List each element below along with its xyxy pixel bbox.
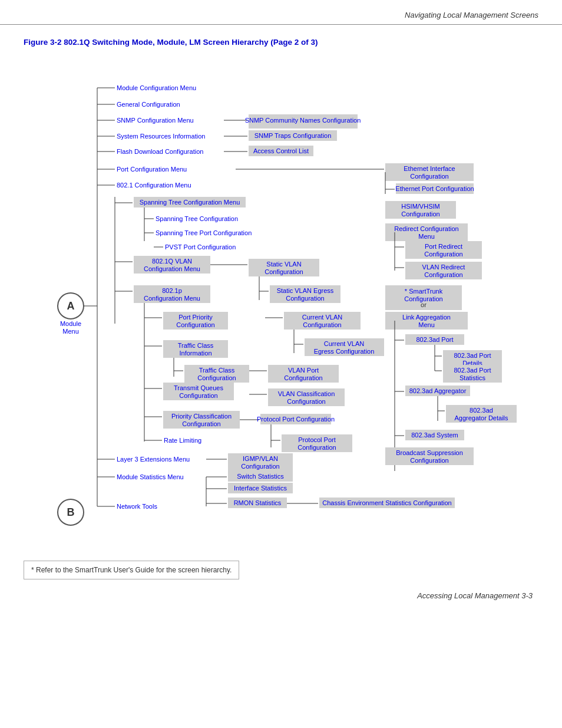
node-vlan-redirect-config: VLAN Redirect [422,263,465,271]
node-hsim-config: HSIM/VHSIM [401,203,439,210]
node-rmon-statistics: RMON Statistics [234,499,282,506]
node-current-vlan-egress2: Egress Configuration [314,348,375,355]
node-port-priority-config: Port Priority [178,314,213,321]
node-eth-port-config: Ethernet Port Configuration [395,185,474,192]
module-menu-label2: Menu [62,328,79,335]
node-priority-class-config: Priority Classification [171,413,232,420]
node-port-redirect-config: Port Redirect [425,243,462,250]
node-port-priority-config2: Configuration [176,321,214,328]
page-footer-area: * Refer to the SmartTrunk User's Guide f… [0,549,562,612]
node-8023ad-port-stats: 802.3ad Port [454,367,491,374]
node-traffic-class-config2: Configuration [197,374,236,381]
node-vlan-redirect-config2: Configuration [424,271,462,278]
figure-title-text: Figure 3-2 802.1Q Switching Mode, Module… [24,38,318,47]
node-current-vlan-config: Current VLAN [302,314,343,321]
node-redirect-config-menu: Redirect Configuration [394,225,458,232]
node-snmp-config-menu: SNMP Configuration Menu [117,117,194,124]
node-flash-download: Flash Download Configuration [117,148,203,155]
node-8023ad-aggregator-details2: Aggregator Details [454,414,508,421]
node-igmp-vlan-config: IGMP/VLAN [243,455,278,462]
node-switch-statistics: Switch Statistics [237,473,284,480]
node-snmp-community: SNMP Community Names Configuration [245,117,361,124]
node-traffic-class-info2: Information [179,350,211,357]
node-8023ad-aggregator-details: 802.3ad [470,407,493,414]
node-vlan-port-config: VLAN Port [288,367,319,374]
node-vlan-class-config: VLAN Classification [278,390,335,397]
node-static-vlan-config: Static VLAN [266,261,301,268]
node-protocol-port-config1: Protocol Port Configuration [257,416,335,423]
node-current-vlan-egress: Current VLAN [324,340,365,347]
node-traffic-class-config: Traffic Class [199,367,235,374]
node-network-tools: Network Tools [117,503,157,510]
module-menu-label: Module [60,320,81,327]
node-8021-config-menu: 802.1 Configuration Menu [117,182,191,189]
node-8023ad-aggregator: 802.3ad Aggregator [409,387,467,394]
node-protocol-port-config2: Protocol Port [298,436,336,443]
node-interface-statistics: Interface Statistics [234,485,287,492]
node-static-vlan-config2: Configuration [265,268,303,275]
node-traffic-class-info: Traffic Class [178,342,214,349]
node-broadcast-suppression2: Configuration [410,457,448,464]
node-spanning-tree-config: Spanning Tree Configuration [156,215,238,222]
footnote-text: * Refer to the SmartTrunk User's Guide f… [31,566,232,574]
node-broadcast-suppression: Broadcast Suppression [396,449,463,456]
node-eth-iface-config2: Configuration [410,173,448,180]
page-footer: Accessing Local Management 3-3 [24,591,538,600]
node-module-config-menu: Module Configuration Menu [117,84,196,91]
node-static-vlan-egress: Static VLAN Egress [277,287,334,294]
node-access-control: Access Control List [253,147,309,154]
node-spanning-tree-port: Spanning Tree Port Configuration [156,229,252,236]
header-title: Navigating Local Management Screens [405,11,538,19]
node-igmp-vlan-config2: Configuration [241,463,279,470]
node-smarttrunk: * SmartTrunk [405,288,443,295]
node-8021q-vlan-menu: 802.1Q VLAN [152,258,192,265]
node-link-agg-menu: Link Aggregation [402,314,451,321]
circle-a-label: A [67,300,75,312]
footnote-box: * Refer to the SmartTrunk User's Guide f… [24,561,239,579]
node-8023ad-port: 802.3ad Port [416,336,454,343]
node-priority-class-config2: Configuration [182,420,220,427]
node-system-resources: System Resources Information [117,133,205,140]
node-spanning-tree-menu: Spanning Tree Configuration Menu [140,199,240,206]
node-port-config-menu: Port Configuration Menu [117,166,187,173]
node-transmit-queues: Transmit Queues [174,384,223,391]
node-8023ad-system: 802.3ad System [411,431,458,439]
node-pvst-port-config: PVST Port Configuration [165,243,236,251]
node-8021p-config-menu2: Configuration Menu [144,295,200,302]
figure-title: Figure 3-2 802.1Q Switching Mode, Module… [0,31,562,52]
node-layer3-ext-menu: Layer 3 Extensions Menu [117,456,190,463]
node-protocol-port-config22: Configuration [297,444,336,451]
node-8021q-vlan-menu2: Configuration Menu [144,265,200,272]
node-snmp-traps: SNMP Traps Configuration [254,132,332,139]
node-static-vlan-egress2: Configuration [286,295,324,302]
page-header: Navigating Local Management Screens [0,0,562,25]
node-redirect-config-menu2: Menu [418,233,435,240]
node-8023ad-port-details: 802.3ad Port [454,352,491,359]
node-link-agg-menu2: Menu [418,321,435,328]
node-current-vlan-config2: Configuration [303,321,341,328]
node-port-redirect-config2: Configuration [424,251,462,258]
node-transmit-queues2: Configuration [179,392,217,399]
footer-title: Accessing Local Management 3-3 [417,591,533,600]
node-vlan-port-config2: Configuration [284,374,322,381]
node-rate-limiting: Rate Limiting [164,437,201,444]
node-8023ad-port-stats2: Statistics [459,374,486,381]
circle-b-label: B [67,506,75,518]
hierarchy-diagram: .lbl { font-family: Arial, Helvetica, sa… [12,58,548,542]
node-chassis-env-stats: Chassis Environment Statistics Configura… [322,499,451,506]
node-8021p-config-menu: 802.1p [162,287,182,294]
node-eth-iface-config: Ethernet Interface [404,165,455,172]
node-general-config: General Configuration [117,101,180,108]
node-or-text: or [421,301,427,308]
node-vlan-class-config2: Configuration [287,398,325,405]
diagram-container: .lbl { font-family: Arial, Helvetica, sa… [0,52,562,549]
node-module-stats-menu: Module Statistics Menu [117,473,184,480]
node-hsim-config2: Configuration [401,210,439,218]
